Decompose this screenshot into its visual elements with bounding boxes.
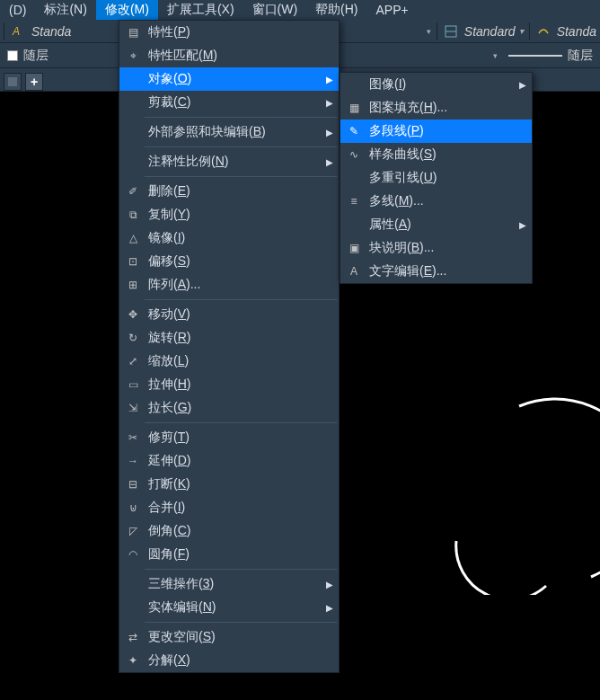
modify-menu-item[interactable]: ✥移动(V) (119, 303, 339, 326)
modify-menu-item[interactable]: ◠圆角(F) (119, 543, 339, 566)
modify-menu-item[interactable]: →延伸(D) (119, 449, 339, 473)
object-submenu-item[interactable]: ≡多线(M)... (340, 190, 532, 213)
menu-item-label: 旋转(R) (143, 330, 321, 346)
move-icon: ✥ (123, 308, 143, 321)
modify-menu-item[interactable]: ▤特性(P) (119, 21, 339, 44)
menu-separator (145, 176, 337, 177)
menu-item-label: 图案填充(H)... (364, 100, 514, 116)
linetype-combo[interactable]: 随层 (568, 48, 593, 64)
menu-item-label: 文字编辑(E)... (364, 263, 514, 279)
menu-item-label: 三维操作(3) (143, 576, 321, 592)
textstyle-combo[interactable]: Standa (31, 24, 71, 39)
menu-item-label: 删除(E) (143, 183, 321, 199)
spline-icon: ∿ (344, 148, 364, 161)
object-submenu-item[interactable]: ▦图案填充(H)... (340, 96, 532, 120)
menu-item-label: 剪裁(C) (143, 94, 321, 111)
modify-menu-item[interactable]: ⊍合并(I) (119, 496, 339, 519)
menu-item-label: 偏移(S) (143, 253, 321, 270)
modify-menu-item[interactable]: ✐删除(E) (119, 180, 339, 203)
lengthen-icon: ⇲ (123, 402, 143, 414)
modify-menu-item[interactable]: ⇄更改空间(S) (119, 625, 339, 649)
modify-menu-item[interactable]: 对象(O)▶ (119, 67, 339, 91)
modify-menu-item[interactable]: ⊡偏移(S) (119, 250, 339, 273)
menubar-item[interactable]: 标注(N) (35, 0, 95, 20)
modify-menu-item[interactable]: ⇲拉长(G) (119, 396, 339, 420)
modify-menu-item[interactable]: ⤢缩放(L) (119, 350, 339, 373)
modify-menu-item[interactable]: 实体编辑(N)▶ (119, 596, 339, 619)
modify-menu-item[interactable]: ✂修剪(T) (119, 426, 339, 449)
explode-icon: ✦ (123, 654, 143, 667)
chamfer-icon: ◸ (123, 525, 143, 537)
color-swatch[interactable] (7, 50, 18, 61)
menu-separator (145, 299, 337, 300)
modify-menu: ▤特性(P)⌖特性匹配(M)对象(O)▶剪裁(C)▶外部参照和块编辑(B)▶注释… (119, 20, 340, 673)
match-icon: ⌖ (123, 49, 143, 62)
menu-item-label: 外部参照和块编辑(B) (143, 124, 321, 140)
menu-item-label: 拉伸(H) (143, 377, 321, 393)
menubar-item[interactable]: 扩展工具(X) (158, 0, 243, 20)
modify-menu-item[interactable]: 注释性比例(N)▶ (119, 150, 339, 173)
modify-menu-item[interactable]: ⌖特性匹配(M) (119, 44, 339, 67)
menu-item-label: 拉长(G) (143, 400, 321, 416)
submenu-arrow-icon: ▶ (321, 98, 333, 108)
style-icon: A (10, 23, 26, 40)
object-submenu-item[interactable]: 多重引线(U) (340, 166, 532, 190)
menu-item-label: 圆角(F) (143, 546, 321, 563)
object-submenu-item[interactable]: 属性(A)▶ (340, 213, 532, 236)
menu-item-label: 镜像(I) (143, 230, 321, 246)
menu-item-label: 多线(M)... (364, 193, 514, 209)
extend-icon: → (123, 455, 143, 467)
menubar-item[interactable]: 窗口(W) (243, 0, 307, 20)
object-submenu: 图像(I)▶▦图案填充(H)...✎多段线(P)∿样条曲线(S)多重引线(U)≡… (340, 72, 533, 284)
fillet-icon: ◠ (123, 548, 143, 561)
menu-item-label: 更改空间(S) (143, 629, 321, 645)
modify-menu-item[interactable]: ✦分解(X) (119, 649, 339, 672)
mlstyle-combo[interactable]: Standa (557, 24, 596, 39)
menu-separator (145, 569, 337, 570)
join-icon: ⊍ (123, 501, 143, 514)
modify-menu-item[interactable]: ◸倒角(C) (119, 519, 339, 543)
menu-separator (145, 117, 337, 118)
dropdown-icon[interactable]: ▾ (427, 27, 431, 36)
object-submenu-item[interactable]: ✎多段线(P) (340, 120, 532, 143)
mline-icon: ≡ (344, 195, 364, 208)
layer-combo[interactable]: 随层 (23, 48, 49, 64)
submenu-arrow-icon: ▶ (321, 75, 333, 84)
menubar-item[interactable]: 帮助(H) (306, 0, 366, 20)
menu-item-label: 实体编辑(N) (143, 599, 321, 616)
blk-icon: ▣ (344, 242, 364, 254)
menubar-item[interactable]: (D) (0, 1, 35, 19)
menu-item-label: 对象(O) (143, 71, 321, 87)
menu-item-label: 多重引线(U) (364, 170, 514, 186)
menu-item-label: 倒角(C) (143, 523, 321, 539)
stretch-icon: ▭ (123, 378, 143, 391)
dropdown-icon[interactable]: ▾ (519, 26, 524, 36)
tab-item[interactable] (4, 73, 22, 91)
modify-menu-item[interactable]: △镜像(I) (119, 226, 339, 250)
array-icon: ⊞ (123, 279, 143, 291)
menu-item-label: 缩放(L) (143, 353, 321, 369)
object-submenu-item[interactable]: ▣块说明(B)... (340, 236, 532, 260)
dropdown-icon[interactable]: ▾ (493, 51, 498, 60)
object-submenu-item[interactable]: 图像(I)▶ (340, 73, 532, 96)
menubar-item[interactable]: APP+ (367, 1, 418, 19)
object-submenu-item[interactable]: ∿样条曲线(S) (340, 143, 532, 166)
modify-menu-item[interactable]: ⊞阵列(A)... (119, 273, 339, 297)
menubar-item[interactable]: 修改(M) (96, 0, 158, 20)
modify-menu-item[interactable]: 三维操作(3)▶ (119, 572, 339, 596)
tab-add[interactable]: + (25, 73, 43, 91)
modify-menu-item[interactable]: 剪裁(C)▶ (119, 91, 339, 114)
modify-menu-item[interactable]: 外部参照和块编辑(B)▶ (119, 120, 339, 144)
menu-item-label: 特性匹配(M) (143, 48, 321, 64)
object-submenu-item[interactable]: A文字编辑(E)... (340, 260, 532, 283)
menu-item-label: 属性(A) (364, 217, 514, 233)
copy-icon: ⧉ (123, 208, 143, 221)
modify-menu-item[interactable]: ↻旋转(R) (119, 326, 339, 350)
menu-item-label: 延伸(D) (143, 453, 321, 469)
submenu-arrow-icon: ▶ (321, 157, 333, 167)
modify-menu-item[interactable]: ⧉复制(Y) (119, 203, 339, 226)
dimstyle-combo[interactable]: Standard ▾ (464, 24, 524, 39)
modify-menu-item[interactable]: ⊟打断(K) (119, 473, 339, 496)
modify-menu-item[interactable]: ▭拉伸(H) (119, 373, 339, 396)
menu-item-label: 修剪(T) (143, 430, 321, 446)
